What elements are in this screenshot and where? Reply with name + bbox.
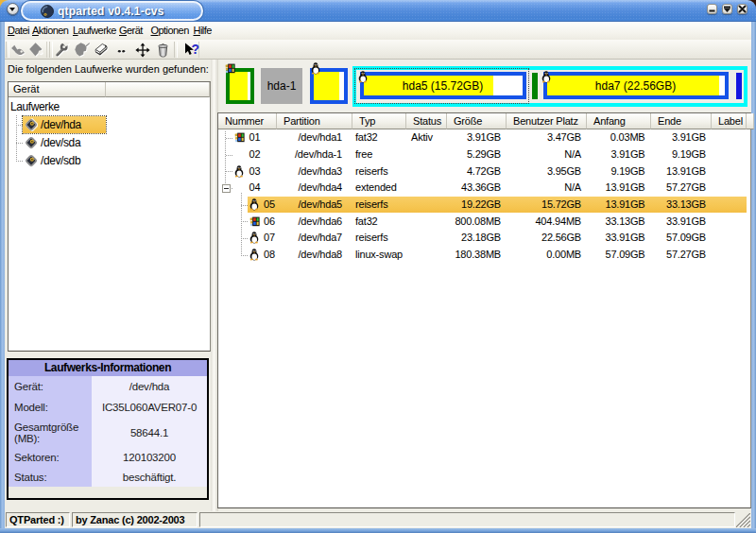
windows-icon <box>225 63 235 74</box>
menu-aktionen[interactable]: Aktionen <box>28 22 72 40</box>
menu-optionen[interactable]: Optionen <box>147 22 193 40</box>
statusbar-app-label: QTParted :) <box>6 512 70 527</box>
undo-button[interactable] <box>9 40 27 59</box>
tux-icon <box>311 62 320 75</box>
device-item-hda[interactable]: /dev/hda <box>23 116 106 133</box>
whats-this-button[interactable]: ? <box>182 40 201 59</box>
titlebar[interactable]: qtparted v0.4.1-cvs <box>0 0 756 22</box>
format-button[interactable] <box>73 40 92 59</box>
drive-info-panel: Laufwerks-Informationen Gerät:/dev/hdaMo… <box>7 358 209 500</box>
menu-laufwerke[interactable]: Laufwerke <box>69 22 120 40</box>
device-item-label: /dev/sdb <box>41 154 80 167</box>
cell-partition: /dev/hda3 <box>277 163 342 181</box>
device-item-label: /dev/sda <box>41 136 80 149</box>
cell-groesse: 180.38MB <box>447 247 501 264</box>
content-area: Die folgenden Laufwerke wurden gefunden:… <box>5 60 751 511</box>
column-header-partition[interactable]: Partition <box>277 113 352 129</box>
cell-groesse: 4.72GB <box>447 163 501 181</box>
window-border-right <box>751 22 756 528</box>
title-pill: qtparted v0.4.1-cvs <box>21 1 203 21</box>
disk-block-label: hda5 (15.72GB) <box>364 79 523 93</box>
info-row-value: 58644.1 <box>92 418 207 447</box>
disk-block-hda-1[interactable]: hda-1 <box>261 68 302 105</box>
disk-block-hda7[interactable]: hda7 (22.56GB) <box>543 72 729 99</box>
device-tree-header-geraet[interactable]: Gerät <box>9 82 106 97</box>
statusbar-message-area <box>199 512 735 527</box>
free-space-fill <box>339 72 344 101</box>
cell-groesse: 43.36GB <box>447 180 501 197</box>
close-button[interactable] <box>737 4 747 14</box>
device-item-sda[interactable]: /dev/sda <box>23 134 105 151</box>
disk-block-hda6[interactable] <box>532 73 538 99</box>
cell-nummer: 01 <box>249 129 278 146</box>
cell-benutzer-platz: N/A <box>507 146 581 163</box>
column-header-groesse[interactable]: Größe <box>447 113 507 129</box>
tree-line <box>241 205 248 206</box>
cell-anfang: 9.19GB <box>587 163 645 181</box>
erase-button[interactable] <box>93 40 112 59</box>
svg-text:?: ? <box>191 43 198 57</box>
minimize-button[interactable] <box>707 4 717 14</box>
info-row: Gesamtgröße (MB):58644.1 <box>9 418 207 447</box>
menu-hilfe[interactable]: Hilfe <box>190 22 215 40</box>
tree-root-laufwerke[interactable]: Laufwerke <box>10 100 60 113</box>
cell-nummer: 03 <box>249 163 278 181</box>
partition-table[interactable]: NummerPartitionTypStatusGrößeBenutzer Pl… <box>217 112 751 508</box>
window-title: qtparted v0.4.1-cvs <box>58 5 164 18</box>
disk-block-hda5[interactable]: hda5 (15.72GB) <box>360 72 526 99</box>
menubar: DateiAktionenLaufwerkeGerätOptionenHilfe <box>5 22 751 40</box>
minimize-icon <box>707 4 717 14</box>
tree-line <box>241 221 248 222</box>
column-header-typ[interactable]: Typ <box>352 113 406 129</box>
cell-typ: reiserfs <box>355 197 403 214</box>
tree-expander-minus[interactable] <box>222 184 231 193</box>
menu-gert[interactable]: Gerät <box>115 22 146 40</box>
redo-button[interactable] <box>27 40 46 59</box>
resize-button[interactable] <box>112 40 131 59</box>
column-header-benutzer-platz[interactable]: Benutzer Platz <box>507 113 587 129</box>
cell-ende: 57.27GB <box>651 247 706 264</box>
disk-block-hda8[interactable] <box>736 73 742 99</box>
cell-typ: reiserfs <box>355 163 403 181</box>
disk-block-label: hda-1 <box>261 79 302 93</box>
disk-visualization[interactable]: hda-1hda5 (15.72GB)hda7 (22.56GB) <box>220 60 751 112</box>
cell-ende: 57.09GB <box>651 230 706 247</box>
toolbar-separator <box>46 42 47 58</box>
delete-button[interactable] <box>154 40 173 59</box>
device-item-sdb[interactable]: /dev/sdb <box>23 152 105 169</box>
cell-benutzer-platz: N/A <box>507 180 581 197</box>
info-row-label: Gesamtgröße (MB): <box>9 418 92 447</box>
tree-line <box>226 138 232 139</box>
cell-ende: 33.91GB <box>651 214 706 231</box>
column-header-label[interactable]: Label <box>712 113 747 129</box>
column-header-status[interactable]: Status <box>406 113 447 129</box>
cell-partition: /dev/hda7 <box>277 230 342 247</box>
whats-this-icon: ? <box>184 43 199 58</box>
device-tree-header-empty[interactable] <box>106 82 210 97</box>
tux-icon <box>249 232 259 244</box>
device-tree[interactable]: GerätLaufwerke/dev/hda/dev/sda/dev/sdb <box>8 81 211 352</box>
info-row-label: Sektoren: <box>9 447 92 467</box>
maximize-button[interactable] <box>722 4 732 14</box>
qtparted-app-icon <box>41 5 54 18</box>
resize-grip[interactable] <box>736 513 750 527</box>
cell-typ: reiserfs <box>355 230 403 247</box>
info-row-label: Status: <box>9 467 92 487</box>
tux-icon <box>541 71 551 83</box>
devices-found-label: Die folgenden Laufwerke wurden gefunden: <box>8 63 209 75</box>
column-header-nummer[interactable]: Nummer <box>218 113 277 129</box>
column-header-anfang[interactable]: Anfang <box>587 113 651 129</box>
cell-groesse: 19.22GB <box>447 197 501 214</box>
move-button[interactable] <box>133 40 152 59</box>
column-header-ende[interactable]: Ende <box>651 113 712 129</box>
cell-partition: /dev/hda6 <box>277 214 342 231</box>
free-space-fill <box>248 72 250 101</box>
tree-line <box>241 255 248 256</box>
configure-button[interactable] <box>53 40 72 59</box>
drive-info-title: Laufwerks-Informationen <box>9 360 207 376</box>
hdd-icon <box>25 154 38 167</box>
redo-icon <box>29 43 44 58</box>
cell-ende: 3.91GB <box>651 129 706 146</box>
hdd-icon <box>25 118 38 131</box>
window-menu-button[interactable] <box>7 3 19 15</box>
